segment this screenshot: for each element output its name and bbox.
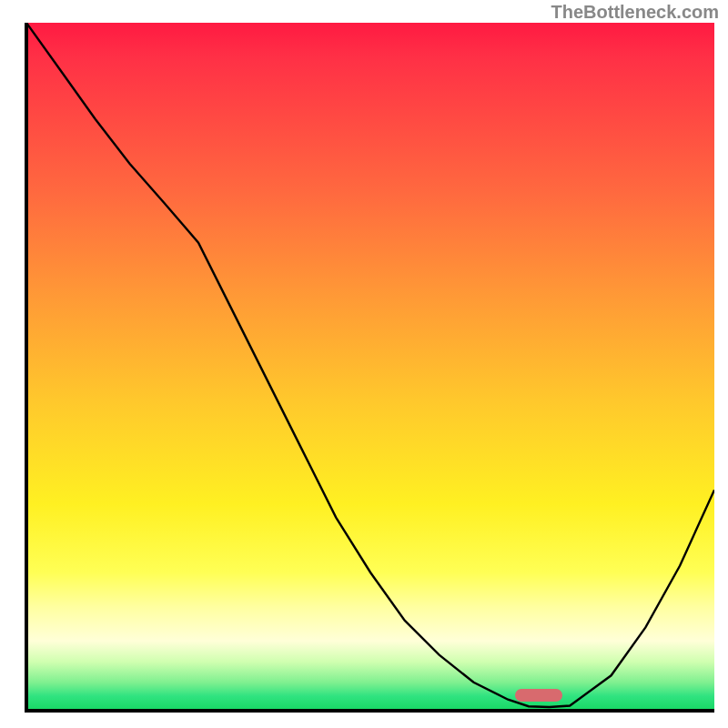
- attribution-text: TheBottleneck.com: [551, 2, 719, 23]
- bottleneck-curve: [26, 23, 714, 710]
- optimum-marker: [515, 689, 562, 702]
- plot-area: [26, 23, 714, 710]
